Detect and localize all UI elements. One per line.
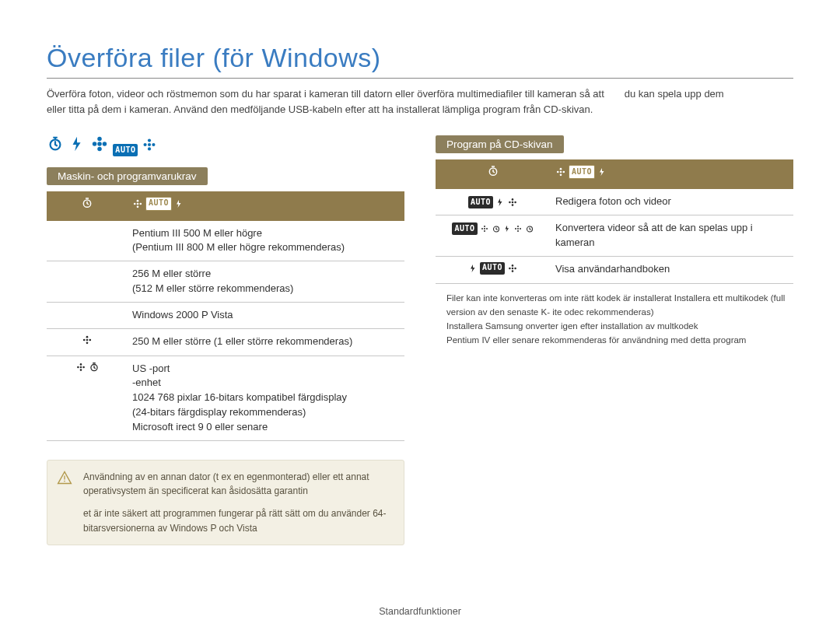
- req-other: US -port -enhet 1024 768 pixlar 16-bitar…: [128, 356, 404, 440]
- flower-icon: [75, 362, 86, 373]
- svg-point-13: [137, 199, 139, 201]
- timer-icon: [487, 165, 499, 177]
- prog-header-spec: AUTO: [551, 159, 793, 189]
- svg-point-16: [139, 202, 142, 205]
- svg-point-2: [97, 137, 102, 142]
- svg-point-45: [486, 228, 488, 229]
- svg-point-43: [484, 230, 485, 232]
- svg-point-33: [560, 173, 562, 176]
- svg-point-5: [103, 142, 107, 146]
- flower-icon: [513, 224, 523, 233]
- svg-point-14: [137, 205, 139, 208]
- svg-point-9: [143, 143, 146, 146]
- svg-point-40: [514, 201, 516, 204]
- left-column: AUTO Maskin- och programvarukrav: [47, 135, 404, 545]
- programs-section-heading: Program på CD-skivan: [436, 135, 564, 153]
- svg-point-47: [517, 228, 519, 229]
- flash-icon: [503, 224, 511, 233]
- flash-icon: [495, 197, 505, 208]
- svg-point-32: [560, 168, 562, 170]
- svg-point-31: [560, 171, 562, 173]
- svg-rect-29: [64, 475, 65, 479]
- table-row: AUTO Visa användarhandboken: [436, 256, 793, 284]
- auto-badge: AUTO: [468, 196, 493, 208]
- svg-point-48: [517, 226, 519, 227]
- svg-point-19: [86, 342, 89, 344]
- flower-icon: [142, 137, 157, 152]
- table-row: Windows 2000 P Vista: [47, 302, 404, 328]
- svg-point-38: [512, 205, 514, 207]
- auto-badge: AUTO: [452, 222, 477, 235]
- svg-point-49: [517, 230, 519, 232]
- prog-header-icon: [436, 159, 551, 189]
- timer-icon: [47, 135, 64, 152]
- intro-a: Överföra foton, videor och röstmemon som…: [47, 88, 604, 100]
- svg-point-56: [509, 267, 511, 269]
- svg-point-20: [83, 338, 86, 341]
- svg-point-3: [97, 147, 102, 152]
- timer-icon: [81, 197, 93, 209]
- flower-icon: [555, 166, 566, 177]
- icon-row: AUTO: [47, 135, 404, 156]
- svg-point-53: [512, 267, 514, 269]
- svg-point-34: [557, 171, 559, 173]
- flower-icon: [507, 197, 518, 208]
- svg-point-15: [134, 202, 136, 205]
- svg-point-6: [148, 143, 151, 146]
- title-underline: [47, 78, 793, 79]
- table-row: 250 M eller större (1 eller större rekom…: [47, 328, 404, 356]
- auto-badge: AUTO: [569, 165, 595, 179]
- intro-c: eller titta på dem i kameran. Använd den…: [47, 103, 593, 115]
- svg-point-37: [512, 198, 514, 201]
- svg-point-28: [64, 481, 65, 482]
- req-header-icon: [47, 191, 128, 221]
- table-row: AUTO Redigera foton och videor: [436, 189, 793, 215]
- flower-icon: [91, 135, 108, 152]
- prog-manual: Visa användarhandboken: [551, 256, 793, 284]
- auto-badge: AUTO: [145, 197, 172, 211]
- svg-point-24: [79, 369, 82, 371]
- svg-point-35: [562, 171, 565, 173]
- req-ram: 256 M eller större (512 M eller större r…: [128, 261, 404, 303]
- svg-point-26: [82, 366, 85, 368]
- table-row: 256 M eller större (512 M eller större r…: [47, 261, 404, 303]
- svg-point-41: [484, 228, 485, 229]
- req-disk: 250 M eller större (1 eller större rekom…: [128, 328, 404, 356]
- timer-icon: [89, 362, 100, 373]
- note-p2: et är inte säkert att programmen fungera…: [83, 506, 393, 535]
- svg-point-57: [514, 267, 516, 269]
- flash-icon: [468, 263, 478, 274]
- svg-point-7: [148, 139, 151, 142]
- svg-point-44: [481, 228, 483, 229]
- programs-table: AUTO AUTO: [436, 159, 793, 284]
- req-header-spec: AUTO: [128, 191, 404, 221]
- flash-icon: [174, 198, 184, 209]
- svg-point-1: [97, 142, 102, 146]
- req-os: Windows 2000 P Vista: [128, 302, 404, 328]
- auto-badge: AUTO: [113, 144, 138, 156]
- intro-text: Överföra foton, videor och röstmemon som…: [47, 86, 793, 117]
- note-p1: Användning av en annan dator (t ex en eg…: [83, 470, 393, 499]
- warning-note: Användning av en annan dator (t ex en eg…: [47, 460, 404, 545]
- timer-icon: [492, 224, 501, 233]
- prog-convert: Konvertera videor så att de kan spelas u…: [551, 215, 793, 256]
- svg-point-17: [86, 338, 89, 341]
- warning-icon: [57, 470, 72, 490]
- flower-icon: [480, 224, 489, 233]
- flower-icon: [507, 263, 518, 274]
- prog-edit: Redigera foton och videor: [551, 189, 793, 215]
- svg-point-12: [137, 202, 139, 205]
- conversion-note: Filer kan inte konverteras om inte rätt …: [436, 292, 793, 347]
- flower-icon: [82, 335, 93, 345]
- timer-icon: [525, 224, 534, 233]
- svg-point-23: [79, 363, 82, 366]
- svg-point-36: [512, 201, 514, 204]
- flash-icon: [597, 166, 607, 177]
- flower-icon: [132, 198, 143, 209]
- svg-point-22: [79, 366, 82, 368]
- auto-badge: AUTO: [480, 262, 505, 275]
- requirements-section-heading: Maskin- och programvarukrav: [47, 167, 208, 185]
- svg-point-10: [152, 143, 155, 146]
- svg-point-4: [93, 142, 97, 146]
- footer-text: Standardfunktioner: [0, 606, 840, 617]
